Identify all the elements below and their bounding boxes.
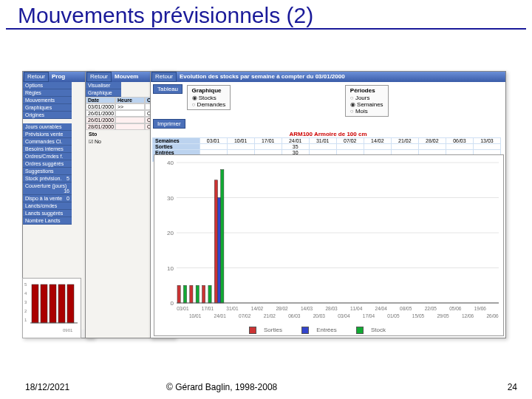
footer-date: 18/12/2021 — [25, 382, 69, 392]
svg-text:12/06: 12/06 — [462, 313, 474, 318]
winA-sidebar: Options Règles Mouvements Graphiques Ori… — [23, 82, 72, 119]
side-graphiques[interactable]: Graphiques — [23, 104, 72, 112]
svg-text:03/01: 03/01 — [177, 306, 189, 311]
row-besint: Besoins internes — [23, 146, 72, 153]
row-cmdcl: Commandes Cl. — [23, 138, 72, 146]
svg-text:03/04: 03/04 — [338, 313, 350, 318]
svg-text:10: 10 — [167, 265, 174, 272]
arm-label: ARM100 Armoire de 100 cm — [152, 131, 504, 137]
side-origines[interactable]: Origines — [23, 112, 72, 119]
svg-text:01/05: 01/05 — [387, 313, 400, 318]
group-graphique: Graphique Stocks Demandes — [187, 85, 231, 110]
svg-text:15/05: 15/05 — [412, 313, 425, 318]
footer-copyright: © Gérard Baglin, 1998-2008 — [166, 382, 277, 392]
svg-text:08/05: 08/05 — [400, 306, 412, 311]
radio-jours[interactable]: Jours — [350, 95, 383, 101]
svg-text:17/04: 17/04 — [363, 313, 375, 318]
winA-header: Retour Prog — [23, 72, 93, 82]
winB-sidebar: Visualiser Graphique — [86, 82, 121, 97]
svg-rect-25 — [218, 198, 221, 304]
svg-text:26/06: 26/06 — [486, 313, 499, 318]
row-dispo: Dispo à la vente 0 — [23, 195, 72, 202]
svg-text:2: 2 — [24, 309, 27, 313]
row-ordsug: Ordres suggérés — [23, 160, 72, 168]
svg-text:40: 40 — [167, 160, 174, 166]
svg-text:24/04: 24/04 — [375, 306, 388, 311]
row-prev: Prévisions vente — [23, 131, 72, 138]
row-nbl: Nombre Lancts — [23, 217, 72, 225]
btn-imprimer[interactable]: Imprimer — [153, 119, 185, 129]
radio-stocks[interactable]: Stocks — [192, 95, 226, 101]
winA-title: Prog — [50, 72, 65, 82]
row-couv: Couverture (jours) 16 — [23, 183, 72, 195]
chart-legend: Sorties Entrées Stock — [243, 327, 398, 334]
side-mouvements[interactable]: Mouvements — [23, 97, 72, 104]
svg-text:17/01: 17/01 — [202, 306, 214, 311]
svg-text:20/03: 20/03 — [313, 313, 326, 318]
radio-mois[interactable]: Mois — [350, 108, 383, 115]
row-sugg: Suggestions — [23, 168, 72, 175]
sto-label: Sto — [89, 132, 97, 137]
svg-rect-27 — [196, 285, 199, 303]
svg-text:14/02: 14/02 — [251, 306, 264, 311]
svg-rect-23 — [202, 285, 205, 303]
side-options[interactable]: Options — [23, 82, 72, 89]
winA-midlist: Jours ouvrables Prévisions vente Command… — [23, 123, 72, 225]
svg-rect-5 — [32, 284, 38, 323]
side-regles[interactable]: Règles — [23, 89, 72, 97]
svg-text:05/06: 05/06 — [449, 306, 462, 311]
svg-text:28/03: 28/03 — [325, 306, 338, 311]
row-ordres: Ordres/Cmdes f. — [23, 153, 72, 160]
svg-text:20: 20 — [167, 230, 174, 236]
svg-rect-7 — [50, 284, 56, 323]
retour-button[interactable]: Retour — [86, 72, 112, 82]
btn-graphique[interactable]: Graphique — [86, 89, 121, 97]
svg-text:5: 5 — [24, 282, 27, 287]
svg-rect-26 — [183, 285, 186, 303]
svg-rect-29 — [221, 170, 224, 304]
btn-visualiser[interactable]: Visualiser — [86, 82, 121, 89]
slide-title: Mouvements prévisionnels (2) — [6, 0, 526, 30]
footer-page: 24 — [508, 382, 517, 392]
svg-rect-21 — [177, 285, 180, 303]
svg-rect-22 — [190, 285, 193, 303]
svg-text:4: 4 — [24, 291, 27, 296]
svg-text:07/02: 07/02 — [239, 313, 251, 318]
svg-text:3: 3 — [24, 300, 27, 304]
retour-button[interactable]: Retour — [151, 72, 177, 82]
svg-text:30: 30 — [167, 195, 174, 202]
group-periodes: Périodes Jours Semaines Mois — [345, 85, 389, 117]
svg-rect-9 — [67, 284, 74, 323]
row-lanctssug: Lancts suggérés — [23, 210, 72, 217]
tiny-chart: 54321 0901 — [22, 278, 81, 338]
svg-rect-8 — [58, 284, 65, 323]
radio-semaines[interactable]: Semaines — [350, 101, 383, 108]
row-stockprev: Stock prévision. 5 — [23, 175, 72, 183]
svg-text:31/01: 31/01 — [226, 306, 239, 311]
svg-text:1: 1 — [24, 318, 27, 322]
svg-text:0: 0 — [171, 300, 174, 307]
svg-text:11/04: 11/04 — [350, 306, 363, 311]
retour-button[interactable]: Retour — [24, 72, 49, 82]
svg-rect-24 — [214, 180, 217, 303]
svg-text:19/06: 19/06 — [474, 306, 487, 311]
svg-text:28/02: 28/02 — [276, 306, 288, 311]
winB-title: Mouvem — [112, 72, 138, 82]
svg-text:14/03: 14/03 — [301, 306, 313, 311]
btn-tableau[interactable]: Tableau — [153, 84, 183, 94]
row-jours: Jours ouvrables — [23, 123, 72, 131]
svg-text:29/05: 29/05 — [437, 313, 449, 318]
svg-text:21/02: 21/02 — [264, 313, 276, 318]
svg-rect-28 — [208, 285, 211, 303]
svg-text:10/01: 10/01 — [189, 313, 202, 318]
main-chart: 01020304003/0117/0131/0114/0228/0214/032… — [154, 154, 504, 336]
radio-demandes[interactable]: Demandes — [192, 101, 226, 108]
svg-text:06/03: 06/03 — [288, 313, 301, 318]
row-lancts: Lancts/cmdes — [23, 202, 72, 210]
winC-title: Evolution des stocks par semaine à compt… — [177, 72, 345, 82]
svg-text:22/05: 22/05 — [425, 306, 437, 311]
tiny-chart-xend: 0901 — [63, 328, 73, 332]
svg-rect-6 — [41, 284, 47, 323]
screenshot-stage: Retour Prog Options Règles Mouvements Gr… — [22, 71, 510, 366]
window-evolution: Retour Evolution des stocks par semaine … — [150, 71, 506, 338]
